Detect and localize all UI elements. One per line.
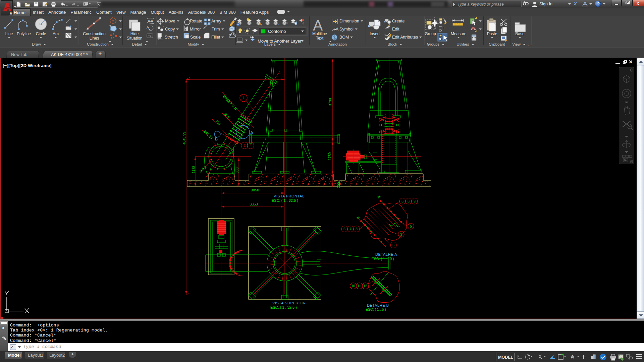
svg-text:750: 750 [215,119,222,126]
svg-text:300: 300 [337,182,341,188]
svg-text:1: 1 [243,96,245,100]
svg-text:A: A [250,130,254,135]
svg-text:300: 300 [235,167,239,173]
svg-text:MODEL: MODEL [498,355,514,360]
svg-text:10: 10 [351,284,355,288]
svg-text:8: 8 [356,227,358,231]
svg-text:3050: 3050 [250,202,258,206]
svg-text:ESC. ( 1 : 10 ): ESC. ( 1 : 10 ) [372,257,394,261]
svg-text:3: 3 [400,233,402,236]
svg-text:9: 9 [414,199,416,203]
svg-text:5: 5 [392,243,394,247]
svg-text:381: 381 [224,112,231,119]
svg-text:11: 11 [358,284,361,288]
svg-text:1138: 1138 [192,166,196,173]
svg-text:3790: 3790 [328,98,332,106]
svg-text:Contorno: Contorno [268,29,286,34]
svg-text:3050: 3050 [251,188,259,192]
svg-text:DETALHE B: DETALHE B [367,303,389,307]
svg-text:6: 6 [343,227,345,231]
svg-text:A-A: A-A [148,19,153,23]
svg-text:+: + [443,26,445,30]
svg-text:5: 5 [410,225,412,228]
svg-text:Ø762.7 O.D.: Ø762.7 O.D. [222,94,239,111]
svg-text:1750: 1750 [328,152,332,160]
svg-text:4: 4 [250,143,252,147]
svg-text:2x: 2x [356,216,360,220]
svg-text:7: 7 [350,227,352,231]
svg-text:ESC. ( 1 : 32.5 ): ESC. ( 1 : 32.5 ) [270,305,297,309]
svg-text:ESC. ( 1 : 5 ): ESC. ( 1 : 5 ) [366,307,386,311]
svg-text:M: M [10,12,12,15]
svg-text:12: 12 [363,284,367,288]
svg-text:2: 2 [244,143,246,147]
svg-text:VISTA FRONTAL: VISTA FRONTAL [274,194,305,198]
svg-text:A: A [336,27,338,32]
svg-text:A: A [313,17,323,34]
svg-text:641.35: 641.35 [203,129,214,140]
svg-text:2x: 2x [377,195,381,199]
svg-text:VISTA SUPERIOR: VISTA SUPERIOR [272,301,306,305]
svg-text:x: x [2,325,5,330]
svg-text:4845.99: 4845.99 [182,132,186,144]
svg-text:6: 6 [401,199,404,203]
svg-text:A: A [147,25,149,29]
svg-text:DETALHE A: DETALHE A [375,252,397,256]
svg-text:8: 8 [408,199,410,203]
svg-text:ESC. ( 1 : 32.5 ): ESC. ( 1 : 32.5 ) [272,198,298,202]
svg-text:B: B [215,137,218,141]
